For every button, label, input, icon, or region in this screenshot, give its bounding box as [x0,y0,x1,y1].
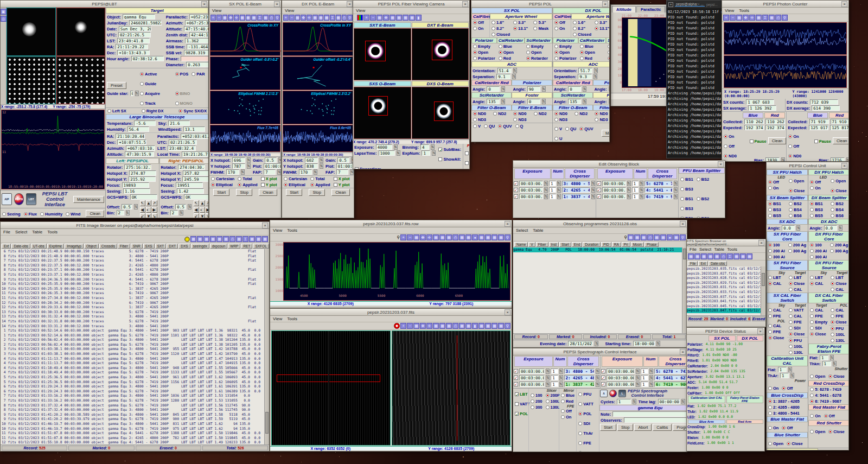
nudge-up-left-icon[interactable]: ↖ [194,200,199,206]
zoom-fit-icon[interactable]: ▦ [736,15,742,21]
spinner-icon[interactable]: ⇅ [649,368,653,374]
radio-mask[interactable]: Mask [533,26,550,31]
radio-nd2[interactable]: ND2 [534,111,551,116]
field-value-x-hotspot[interactable]: 696 [232,157,245,163]
table-row[interactable]: 12 fits 03/12/2023 00:28:34.2 00:00:00.2… [2,301,269,306]
field-value-polstage[interactable]: 4.11 0x00 10 25 [705,347,738,352]
field-value-object[interactable]: gamma Equ [123,14,155,20]
radio-off[interactable]: Off [824,414,835,418]
radio-100[interactable]: 100 [768,243,785,247]
zoom-out-icon[interactable]: − [370,15,376,21]
radio-lbt[interactable]: LBT [768,275,786,280]
tab-altitude[interactable]: Altitude [612,6,636,12]
radio-130l[interactable]: 130L [546,405,560,410]
radio-bs2[interactable]: BS2 [697,177,710,182]
row-check-icon[interactable]: ✓ [514,369,518,373]
spinner-icon[interactable]: ⇅ [544,187,548,193]
field-value-angle[interactable]: 0 [568,86,581,92]
table-row[interactable]: 8 fits 03/12/2023 00:23:37.1 00:00:00.20… [2,268,269,272]
fitsbrowser-vscrollbar[interactable] [264,249,269,444]
sxpol-crossprofile-plot[interactable]: CrossProfile in XY [210,22,280,56]
row-check-icon[interactable]: ✓ [514,382,518,386]
pepsipol-titlebar[interactable]: PEPSI POL× [471,1,609,8]
spinner-icon[interactable]: ⇅ [559,382,563,387]
radio-par[interactable]: PAR [192,72,205,77]
rotate-icon[interactable]: ▦ [390,15,395,21]
column-header-start[interactable]: Start [559,242,571,247]
field-value-gcs-wfs[interactable]: OK [130,194,157,200]
field-value-plot[interactable]: 01:00:00 [336,163,354,169]
field-value-airmass[interactable]: 1.362 [185,38,208,43]
radio-nd3[interactable]: ND3 [513,117,530,122]
close-icon[interactable]: × [462,1,468,7]
zoom-in-icon[interactable]: + [363,15,369,21]
field-value-crossdisp[interactable]: 1.00 0x00 1 6 [707,424,736,429]
table-row[interactable]: gamma Equ 4.70 200P POL 18:00:00 19:06:5… [513,247,687,252]
field-value-thar[interactable]: 1.02 0x00 11.4 11.9 [698,409,739,414]
pin-icon[interactable]: ⚲ [782,15,788,21]
spinner-icon[interactable]: ⇅ [350,169,354,175]
zoom-in-icon[interactable]: + [283,15,289,21]
field-value-angle[interactable]: 135 [487,99,500,104]
table-row[interactable]: 3 fits 03/12/2023 01:03:38.1 00:03:00.00… [2,352,269,357]
column-header-inst[interactable]: Inst [549,242,559,247]
field-value-cycles[interactable]: 1 [617,399,631,404]
menu-file[interactable]: File [690,247,697,252]
radio-u[interactable]: U [554,136,562,141]
spinner-icon[interactable]: ⇅ [188,204,192,209]
checkbox-y-plot[interactable]: Y plot [261,182,277,187]
field-value-seeing[interactable]: 1.16 [123,188,150,194]
print-icon[interactable]: ⎙ [720,253,726,259]
radio-quv[interactable]: QUV [498,124,512,129]
table-row[interactable]: 14 fits 03/12/2023 00:33:31.2 00:00:12.0… [2,324,269,329]
dxt-ebeam-image[interactable] [412,28,469,80]
field-value-y-hotspot[interactable]: 787 [232,163,245,169]
program-button[interactable]: Program [673,424,687,431]
stop-button[interactable]: Stop [236,189,252,196]
close-icon[interactable]: × [758,240,764,246]
field-value-offset[interactable]: 0.5 [122,204,132,209]
obsprog-titlebar[interactable]: Observing programmes 20231128.obs× [513,220,687,227]
field-value-angle[interactable]: 135 [568,99,581,104]
field-value-ra[interactable]: 21:11:29.22 [116,44,148,49]
checkbox-lbt[interactable]: ✓LBT [515,392,528,397]
dxpol-flux-plot[interactable]: Flux 8.6e+05 [283,125,353,152]
field-value2-collected[interactable]: 110 262 [765,119,785,124]
radio-retarder[interactable]: Retarder [526,56,551,61]
crossdisperser-value[interactable]: 6: 7419 - 9067 [644,194,673,199]
row-check-icon[interactable]: ✓ [514,188,518,192]
sxt-ebeam-image[interactable] [354,28,411,80]
fitsbrowser-titlebar[interactable]: FITS Image Browser on pepsi@alpha/home/p… [1,222,269,229]
spinner-icon[interactable]: ⇅ [513,68,517,73]
pupil-image-dx-grid[interactable] [56,56,106,105]
radio-empty[interactable]: Empty [554,44,577,49]
radio-8-2[interactable]: 8.2" [492,26,510,31]
photon-dx-clean-button[interactable]: Clean [833,137,849,144]
field-value-bin[interactable]: 2 [117,210,124,215]
radio-humidity[interactable]: Humidity [40,212,62,217]
column-header-moon[interactable]: Moon [631,242,644,247]
orange-dot-icon[interactable]: ● [667,234,673,240]
profile-icon[interactable]: ▦ [240,15,245,21]
radio-nd0[interactable]: ND0 [595,111,610,116]
radio-pos[interactable]: POS [175,72,189,77]
radio-100[interactable]: 100 [810,243,827,247]
table-row[interactable]: 2 fits 03/12/2023 00:56:02.4 00:03:00.00… [2,338,269,342]
spinner-icon[interactable]: ⇅ [790,373,794,378]
grid-icon[interactable]: ▦ [446,234,452,240]
grid-icon[interactable]: ▦ [756,15,762,21]
print-icon[interactable]: ⎙ [269,15,275,21]
radio-300-al[interactable]: 300 Al [810,255,827,259]
pin-icon[interactable]: ⚲ [347,15,353,21]
num-value[interactable]: 1 [641,368,648,374]
field-value-hour-angle[interactable]: 02:38:12.6 [131,56,164,61]
stats-icon[interactable]: ▦ [223,236,229,242]
crossdisperser-value[interactable]: 5: 6278 - 7419 [654,368,687,374]
radio-left-sx[interactable]: Left SX [107,109,126,113]
terminal-new-tab-icon[interactable]: + [668,2,673,7]
checkbox-pause[interactable]: Pause [814,139,831,144]
field-value-angle[interactable]: 0.0 [824,225,837,231]
spinner-icon[interactable]: ⇅ [320,163,323,169]
spinner-icon[interactable]: ⇅ [674,181,678,186]
table-row[interactable]: 3 fits 03/12/2023 01:03:38.1 00:03:00.00… [2,347,269,352]
